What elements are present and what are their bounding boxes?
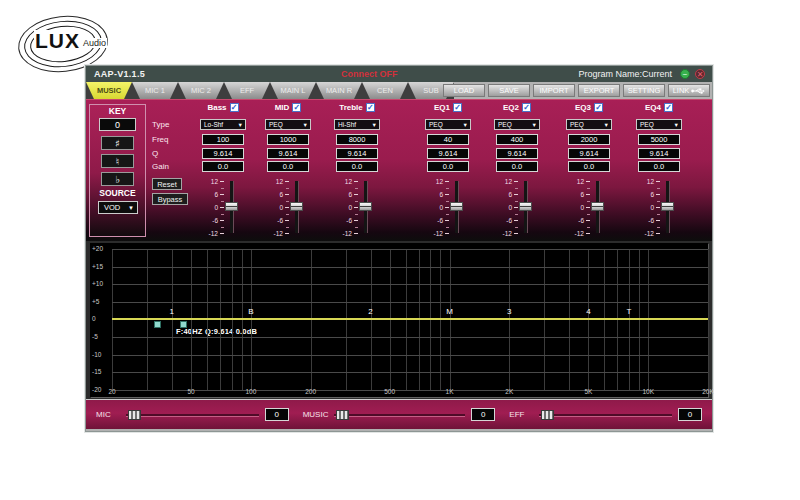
mid-gain-input[interactable]: 0.0 [267,161,309,172]
chevron-down-icon: ▼ [238,120,243,130]
eq2-gain-input[interactable]: 0.0 [496,161,538,172]
mid-type-select[interactable]: PEQ▼ [265,119,311,130]
bass-q-input[interactable]: 9.614 [202,148,244,159]
slider-tick-mark [285,181,289,182]
key-natural-button[interactable]: ♮ [101,154,134,168]
bass-gain-input[interactable]: 0.0 [202,161,244,172]
minimize-button[interactable]: − [680,69,690,79]
graph-marker-b: B [248,308,253,316]
row-label-freq: Freq [152,135,168,144]
eq1-enable-checkbox[interactable]: ✓ [453,103,462,112]
treble-q-input[interactable]: 9.614 [336,148,378,159]
eq2-q-input[interactable]: 9.614 [496,148,538,159]
eq4-q-input[interactable]: 9.614 [638,148,680,159]
eff-slider-handle[interactable] [541,410,554,420]
treble-gain-input[interactable]: 0.0 [336,161,378,172]
button-load[interactable]: LOAD [443,84,485,97]
button-setting[interactable]: SETTING [623,84,665,97]
slider-tick-mark [445,220,449,221]
slider-tick-mark [586,233,590,234]
eq-channel-header: MID✓ [260,103,316,112]
tab-main-l[interactable]: MAIN L [270,82,316,99]
tab-main-r[interactable]: MAIN R [316,82,362,99]
source-select[interactable]: VOD ▼ [98,201,138,214]
mid-q-input[interactable]: 9.614 [267,148,309,159]
eff-slider-track[interactable] [539,410,672,420]
key-sharp-button[interactable]: ♯ [101,136,134,150]
slider-tick-mark [586,181,590,182]
mixer-eff: EFF0 [509,408,702,421]
eq2-type-select[interactable]: PEQ▼ [494,119,540,130]
bass-enable-checkbox[interactable]: ✓ [230,103,239,112]
slider-tick-mark [445,207,449,208]
tab-eff[interactable]: EFF [224,82,270,99]
eq3-gain-input[interactable]: 0.0 [568,161,610,172]
eq3-slider-handle[interactable] [591,202,604,211]
slider-tick-label: -12 [497,230,512,237]
eq-point-handle-1[interactable] [154,321,161,328]
button-import[interactable]: IMPORT [533,84,575,97]
eq1-q-input[interactable]: 9.614 [427,148,469,159]
eq2-enable-checkbox[interactable]: ✓ [522,103,531,112]
y-axis-label: -15 [92,368,109,376]
bass-freq-input[interactable]: 100 [202,134,244,145]
eq3-freq-input[interactable]: 2000 [568,134,610,145]
eq-column-treble: Treble✓Hi-Shf▼80009.6140.01260-6-12 [329,100,385,242]
slider-minor-tick [221,214,224,215]
mic-label: MIC [96,410,120,419]
eq3-type-value: PEQ [570,121,584,128]
tab-music[interactable]: MUSIC [86,82,132,99]
treble-type-select[interactable]: Hi-Shf▼ [334,119,380,130]
music-slider-track[interactable] [334,410,465,420]
lux-audio-logo: LUX Audio [16,12,128,72]
mid-slider-handle[interactable] [290,202,303,211]
tab-mic-2[interactable]: MIC 2 [178,82,224,99]
eq3-enable-checkbox[interactable]: ✓ [594,103,603,112]
bypass-button[interactable]: Bypass [152,193,188,205]
slider-minor-tick [221,227,224,228]
eq1-gain-input[interactable]: 0.0 [427,161,469,172]
mic-slider-handle[interactable] [128,410,141,420]
button-link[interactable]: LINK [668,84,710,97]
eq4-freq-input[interactable]: 5000 [638,134,680,145]
eq1-freq-input[interactable]: 40 [427,134,469,145]
music-slider-handle[interactable] [336,410,349,420]
eq1-type-select[interactable]: PEQ▼ [425,119,471,130]
treble-enable-checkbox[interactable]: ✓ [366,103,375,112]
bass-type-select[interactable]: Lo-Shf▼ [200,119,246,130]
eq-channel-name: MID [275,103,290,112]
eq2-freq-input[interactable]: 400 [496,134,538,145]
slider-tick-mark [656,181,660,182]
mic-slider-track[interactable] [126,410,259,420]
bass-slider-handle[interactable] [225,202,238,211]
eq4-gain-input[interactable]: 0.0 [638,161,680,172]
treble-slider-handle[interactable] [359,202,372,211]
frequency-response-plot: F:40HZ Q:9.614 0.0dB +20+15+10+50-5-10-1… [90,243,708,397]
slider-tick-mark [220,181,224,182]
tab-mic-1[interactable]: MIC 1 [132,82,178,99]
eq-point-handle-2[interactable] [180,321,187,328]
mid-freq-input[interactable]: 1000 [267,134,309,145]
eq4-slider-handle[interactable] [661,202,674,211]
x-axis-label: 100 [245,388,256,396]
slider-tick-label: 6 [337,191,352,198]
eq1-slider-handle[interactable] [450,202,463,211]
slider-tick-mark [514,220,518,221]
button-save[interactable]: SAVE [488,84,530,97]
eq4-type-select[interactable]: PEQ▼ [636,119,682,130]
button-export[interactable]: EXPORT [578,84,620,97]
mid-enable-checkbox[interactable]: ✓ [292,103,301,112]
eq-channel-name: Treble [339,103,363,112]
eq4-enable-checkbox[interactable]: ✓ [664,103,673,112]
slider-tick-label: 12 [428,178,443,185]
key-flat-button[interactable]: ♭ [101,172,134,186]
slider-tick-mark [586,207,590,208]
treble-freq-input[interactable]: 8000 [336,134,378,145]
eq3-q-input[interactable]: 9.614 [568,148,610,159]
eq2-slider-handle[interactable] [519,202,532,211]
close-button[interactable]: ✕ [695,69,705,79]
eq3-type-select[interactable]: PEQ▼ [566,119,612,130]
x-axis-label: 5K [584,388,592,396]
tab-cen[interactable]: CEN [362,82,408,99]
reset-button[interactable]: Reset [152,178,182,190]
